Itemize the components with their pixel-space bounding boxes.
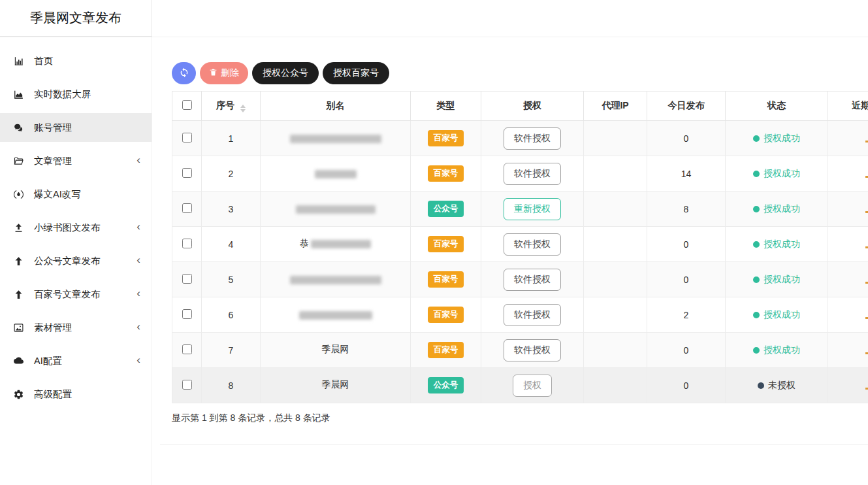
row-checkbox[interactable] — [182, 380, 192, 390]
status-dot-icon — [753, 276, 760, 283]
proxy-ip-cell — [584, 227, 647, 262]
sidebar-item-gongzhonghao-publish[interactable]: 公众号文章发布‹ — [0, 246, 152, 275]
row-checkbox[interactable] — [182, 309, 192, 319]
authorize-baijiahao-button[interactable]: 授权百家号 — [323, 62, 389, 84]
header-proxy-ip: 代理IP — [584, 92, 647, 121]
seq-cell: 1 — [202, 121, 261, 156]
select-all-checkbox[interactable] — [182, 100, 192, 110]
type-cell: 公众号 — [411, 192, 481, 227]
top-bar: 季晨网文章发布 — [0, 0, 868, 37]
seq-cell: 3 — [202, 192, 261, 227]
authorize-action-button[interactable]: 软件授权 — [504, 339, 561, 361]
row-select-cell — [172, 262, 202, 297]
row-checkbox[interactable] — [182, 203, 192, 213]
refresh-button[interactable] — [172, 62, 196, 84]
header-seq[interactable]: 序号 — [202, 92, 261, 121]
status-label: 授权成功 — [764, 274, 800, 284]
sidebar-item-advanced-config[interactable]: 高级配置 — [0, 380, 152, 409]
sidebar-item-realtime-data-screen[interactable]: 实时数据大屏 — [0, 80, 152, 109]
status-cell: 未授权 — [726, 368, 828, 403]
proxy-ip-cell — [584, 368, 647, 403]
redacted-alias-block — [290, 135, 381, 143]
row-checkbox[interactable] — [182, 344, 192, 354]
chevron-collapse-icon: ‹ — [137, 287, 140, 300]
accounts-table: 序号 别名 类型 授权 代理IP 今日发布 状态 近期 1百家号软件授权0授权成… — [172, 91, 868, 403]
type-cell: 百家号 — [411, 262, 481, 297]
status-cell: 授权成功 — [726, 121, 828, 156]
proxy-ip-cell — [584, 333, 647, 368]
status-cell: 授权成功 — [726, 297, 828, 333]
sidebar-item-baijiahao-publish[interactable]: 百家号文章发布‹ — [0, 280, 152, 309]
seq-cell: 6 — [202, 297, 261, 333]
arrow-up-icon — [12, 288, 24, 300]
authorize-action-button[interactable]: 软件授权 — [504, 304, 561, 326]
status-label: 授权成功 — [764, 309, 800, 320]
seq-cell: 4 — [202, 227, 261, 262]
account-type-badge: 百家号 — [428, 342, 464, 358]
sidebar-item-label: 百家号文章发布 — [34, 288, 101, 301]
auth-cell: 重新授权 — [481, 192, 584, 227]
status-dot-icon — [753, 135, 760, 142]
table-row: 6百家号软件授权2授权成功 — [172, 297, 868, 333]
today-published-cell: 0 — [647, 262, 726, 297]
alias-cell — [261, 297, 411, 333]
truncated-content-fragment — [865, 211, 868, 213]
redacted-alias-block — [299, 311, 372, 320]
authorize-action-button[interactable]: 软件授权 — [504, 233, 561, 256]
status-badge: 授权成功 — [753, 168, 800, 178]
sidebar-item-article-management[interactable]: 文章管理‹ — [0, 146, 152, 175]
authorize-action-button[interactable]: 重新授权 — [504, 198, 561, 220]
sidebar-item-label: 小绿书图文发布 — [34, 222, 101, 234]
auth-cell: 软件授权 — [481, 297, 584, 333]
alias-cell — [261, 262, 411, 297]
sidebar-item-home[interactable]: 首页 — [0, 46, 152, 75]
header-recent: 近期 — [828, 92, 868, 121]
proxy-ip-cell — [584, 121, 647, 156]
redacted-alias-block — [296, 205, 376, 214]
sidebar-item-xiaolvshu-publish[interactable]: 小绿书图文发布‹ — [0, 213, 152, 242]
sidebar-item-label: 文章管理 — [34, 155, 72, 167]
header-select-all — [172, 92, 202, 121]
status-dot-icon — [753, 206, 760, 212]
row-checkbox[interactable] — [182, 133, 192, 142]
row-checkbox[interactable] — [182, 168, 192, 178]
today-published-cell: 8 — [647, 192, 726, 227]
auth-cell: 授权 — [481, 368, 584, 403]
sort-carets-icon — [240, 105, 246, 112]
authorize-action-button[interactable]: 软件授权 — [504, 269, 561, 291]
sidebar-item-hot-article-ai-rewrite[interactable]: 爆文AI改写 — [0, 180, 152, 209]
status-dot-icon — [758, 382, 764, 389]
recent-cell — [828, 227, 868, 262]
alias-text: 季晨网 — [322, 380, 349, 390]
authorize-action-button[interactable]: 授权 — [513, 375, 552, 397]
app-root: 季晨网文章发布 首页实时数据大屏账号管理文章管理‹爆文AI改写小绿书图文发布‹公… — [0, 0, 868, 485]
status-label: 授权成功 — [764, 168, 800, 178]
chevron-collapse-icon: ‹ — [137, 154, 140, 167]
row-select-cell — [172, 297, 202, 333]
sidebar-item-label: 素材管理 — [34, 322, 72, 334]
authorize-action-button[interactable]: 软件授权 — [504, 163, 561, 185]
sidebar-item-account-management[interactable]: 账号管理 — [0, 113, 152, 142]
delete-button[interactable]: 删除 — [200, 62, 248, 84]
redacted-alias-block — [290, 276, 381, 284]
recent-cell — [828, 192, 868, 227]
sidebar-item-material-management[interactable]: 素材管理‹ — [0, 313, 152, 342]
alias-text: 恭 — [300, 239, 309, 249]
trash-icon — [209, 68, 217, 78]
proxy-ip-cell — [584, 262, 647, 297]
proxy-ip-cell — [584, 297, 647, 333]
row-checkbox[interactable] — [182, 239, 192, 248]
today-published-cell: 0 — [647, 227, 726, 262]
account-type-badge: 公众号 — [428, 201, 464, 217]
row-select-cell — [172, 333, 202, 368]
authorize-gongzhonghao-button[interactable]: 授权公众号 — [252, 62, 319, 84]
header-status: 状态 — [726, 92, 828, 121]
truncated-content-fragment — [865, 141, 868, 142]
authorize-action-button[interactable]: 软件授权 — [504, 127, 561, 150]
row-checkbox[interactable] — [182, 274, 192, 284]
sidebar-item-ai-config[interactable]: AI配置‹ — [0, 346, 152, 375]
row-select-cell — [172, 121, 202, 156]
alias-cell — [261, 156, 411, 192]
status-cell: 授权成功 — [726, 156, 828, 192]
header-seq-label: 序号 — [216, 100, 234, 110]
